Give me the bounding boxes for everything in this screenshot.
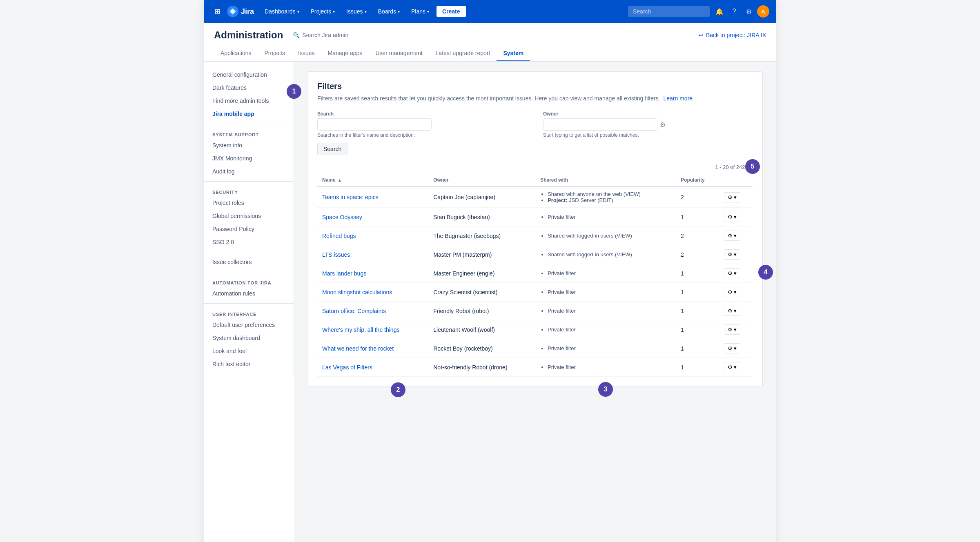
owner-input[interactable]: [543, 118, 657, 131]
filter-gear-button[interactable]: ⚙ ▾: [724, 268, 741, 278]
sidebar-item-system-dashboard[interactable]: System dashboard: [204, 331, 294, 344]
search-button[interactable]: Search: [317, 143, 347, 155]
grid-menu-button[interactable]: ⊞: [211, 5, 224, 18]
plans-menu[interactable]: Plans ▾: [407, 6, 433, 17]
filter-name-link[interactable]: Refined bugs: [322, 233, 356, 239]
chevron-down-icon: ▾: [333, 9, 335, 14]
create-button[interactable]: Create: [437, 6, 466, 17]
admin-header-top: Administration 🔍 Search Jira admin ↩ Bac…: [214, 29, 766, 41]
sidebar-item-mobile-app[interactable]: Jira mobile app: [204, 107, 294, 120]
filter-popularity: 1: [676, 264, 719, 283]
col-popularity: Popularity: [676, 174, 719, 187]
filter-gear-button[interactable]: ⚙ ▾: [724, 192, 741, 202]
dashboards-menu[interactable]: Dashboards ▾: [261, 6, 303, 17]
tab-projects[interactable]: Projects: [258, 46, 292, 61]
filter-name-link[interactable]: Where's my ship: all the things: [322, 327, 399, 333]
table-row: What we need for the rocket Rocket Boy (…: [317, 339, 753, 358]
tab-issues[interactable]: Issues: [292, 46, 321, 61]
filter-gear-button[interactable]: ⚙ ▾: [724, 362, 741, 372]
filters-panel: Filters Filters are saved search results…: [307, 71, 763, 387]
issues-menu[interactable]: Issues ▾: [342, 6, 370, 17]
filter-name-link[interactable]: Moon slingshot calculations: [322, 289, 392, 295]
col-shared: Shared with: [535, 174, 676, 187]
filter-popularity: 1: [676, 320, 719, 339]
filter-gear-button[interactable]: ⚙ ▾: [724, 249, 741, 260]
back-to-project-link[interactable]: ↩ Back to project: JIRA IX: [699, 32, 766, 38]
app-container: ⊞ Jira Dashboards ▾ Projects ▾ Issues ▾ …: [204, 0, 776, 542]
arrow-left-icon: ↩: [699, 32, 704, 38]
sidebar-item-system-info[interactable]: System info: [204, 139, 294, 152]
filter-gear-button[interactable]: ⚙ ▾: [724, 343, 741, 353]
sidebar-item-user-prefs[interactable]: Default user preferences: [204, 318, 294, 331]
tab-system[interactable]: System: [497, 46, 530, 61]
search-column: Search Searches in the filter's name and…: [317, 111, 527, 155]
learn-more-link[interactable]: Learn more: [664, 95, 693, 102]
admin-title: Administration: [214, 29, 283, 41]
tab-user-management[interactable]: User management: [369, 46, 429, 61]
filter-shared: Private filter: [535, 339, 676, 358]
filter-name-link[interactable]: Mars lander bugs: [322, 270, 366, 277]
admin-tabs: Applications Projects Issues Manage apps…: [214, 46, 766, 61]
sidebar-item-look-feel[interactable]: Look and feel: [204, 344, 294, 358]
sort-icon: ▲: [338, 178, 342, 182]
sidebar-item-rich-text[interactable]: Rich text editor: [204, 358, 294, 371]
filter-owner: Master PM (masterpm): [428, 245, 535, 264]
filter-name-link[interactable]: Teams in space: epics: [322, 194, 379, 200]
filter-name-link[interactable]: Las Vegas of Filters: [322, 364, 372, 371]
filter-gear-button[interactable]: ⚙ ▾: [724, 306, 741, 316]
sidebar-item-automation-rules[interactable]: Automation rules: [204, 287, 294, 300]
sidebar-container: General configuration Dark features Find…: [204, 62, 294, 542]
sidebar: General configuration Dark features Find…: [204, 62, 294, 377]
search-label: Search: [317, 111, 527, 117]
filter-name-link[interactable]: Saturn office: Complaints: [322, 308, 386, 314]
sidebar-item-password-policy[interactable]: Password Policy: [204, 222, 294, 235]
search-input[interactable]: [317, 118, 432, 131]
filter-owner: Not-so-friendly Robot (drone): [428, 358, 535, 377]
notifications-icon[interactable]: 🔔: [713, 5, 726, 18]
sidebar-item-admin-tools[interactable]: Find more admin tools: [204, 94, 294, 107]
user-avatar[interactable]: A: [757, 5, 769, 18]
page-description: Filters are saved search results that le…: [317, 94, 753, 103]
jira-logo[interactable]: Jira: [227, 6, 254, 17]
table-container: Name ▲ Owner Shared with Popularity: [317, 174, 753, 377]
owner-column: Owner ⚙ Start typing to get a list of po…: [543, 111, 753, 138]
table-row: Space Odyssey Stan Bugrick (thestan) Pri…: [317, 208, 753, 227]
filter-name-link[interactable]: LTS issues: [322, 251, 350, 258]
filter-gear-button[interactable]: ⚙ ▾: [724, 324, 741, 335]
projects-menu[interactable]: Projects ▾: [307, 6, 339, 17]
search-icon: 🔍: [293, 32, 300, 38]
chevron-down-icon: ▾: [427, 9, 429, 14]
sidebar-item-audit-log[interactable]: Audit log: [204, 165, 294, 178]
sidebar-item-project-roles[interactable]: Project roles: [204, 196, 294, 209]
settings-icon[interactable]: ⚙: [742, 5, 755, 18]
filter-gear-button[interactable]: ⚙ ▾: [724, 287, 741, 297]
sidebar-item-global-permissions[interactable]: Global permissions: [204, 209, 294, 222]
sidebar-section-user-interface: USER INTERFACE: [204, 307, 294, 318]
filter-name-link[interactable]: What we need for the rocket: [322, 345, 394, 352]
logo-text: Jira: [241, 7, 254, 16]
filter-popularity: 1: [676, 208, 719, 227]
sidebar-item-dark-features[interactable]: Dark features: [204, 81, 294, 94]
sidebar-item-issue-collectors[interactable]: Issue collectors: [204, 255, 294, 269]
tab-manage-apps[interactable]: Manage apps: [321, 46, 369, 61]
filter-gear-button[interactable]: ⚙ ▾: [724, 231, 741, 241]
sidebar-item-jmx[interactable]: JMX Monitoring: [204, 152, 294, 165]
filter-gear-button[interactable]: ⚙ ▾: [724, 212, 741, 222]
boards-menu[interactable]: Boards ▾: [374, 6, 404, 17]
filter-shared: Private filter: [535, 208, 676, 227]
tab-applications[interactable]: Applications: [214, 46, 258, 61]
filter-shared: Shared with logged-in users (VIEW): [535, 245, 676, 264]
filter-popularity: 2: [676, 227, 719, 245]
filter-name-link[interactable]: Space Odyssey: [322, 214, 362, 220]
global-search-input[interactable]: [628, 6, 710, 17]
settings-icon[interactable]: ⚙: [660, 121, 666, 129]
sidebar-item-general-config[interactable]: General configuration: [204, 68, 294, 81]
annotation-4: 4: [758, 265, 773, 280]
sidebar-section-security: SECURITY: [204, 185, 294, 196]
sidebar-item-sso[interactable]: SSO 2.0: [204, 235, 294, 249]
help-icon[interactable]: ?: [728, 5, 741, 18]
admin-search-button[interactable]: 🔍 Search Jira admin: [290, 30, 352, 40]
tab-upgrade-report[interactable]: Latest upgrade report: [429, 46, 497, 61]
table-row: LTS issues Master PM (masterpm) Shared w…: [317, 245, 753, 264]
filter-owner: Stan Bugrick (thestan): [428, 208, 535, 227]
